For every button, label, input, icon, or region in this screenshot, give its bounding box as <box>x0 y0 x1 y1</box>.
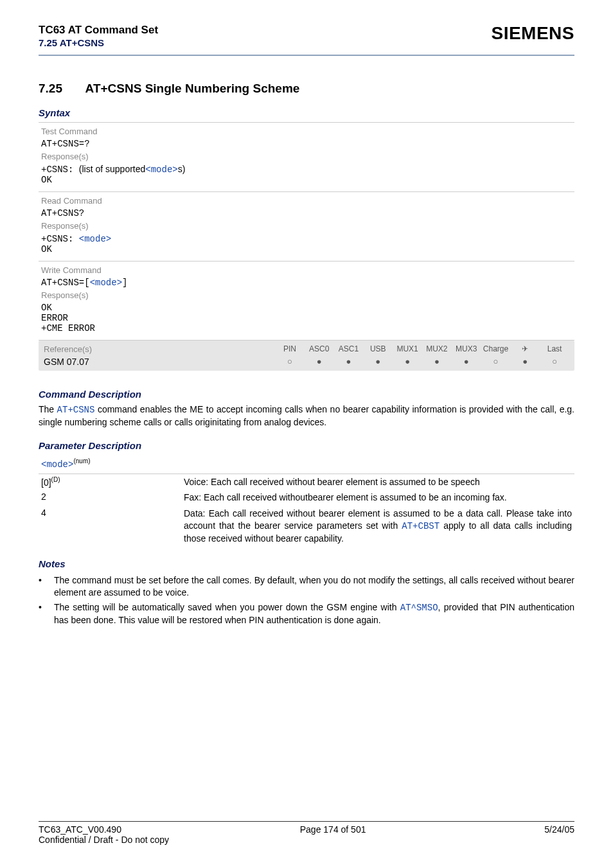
ref-dot-pin <box>275 353 305 366</box>
mode-param-link[interactable]: <mode> <box>145 164 177 175</box>
param-key-0-sup: (D) <box>51 476 60 483</box>
reference-label: Reference(s) <box>44 344 265 357</box>
test-command-block: Test Command AT+CSNS=? Response(s) +CSNS… <box>39 122 574 192</box>
section-number: 7.25 <box>39 82 82 96</box>
ref-dot-airplane <box>510 353 540 366</box>
param-mode-name[interactable]: <mode> <box>41 459 73 470</box>
ref-col-usb: USB <box>363 344 393 353</box>
note-item-1: The command must be set before the call … <box>39 573 574 600</box>
ref-dot-asc1 <box>334 353 364 366</box>
footer-row: TC63_ATC_V00.490 Page 174 of 501 5/24/05 <box>39 824 574 835</box>
write-cmd-suffix: ] <box>122 278 127 288</box>
read-ok: OK <box>41 244 572 254</box>
section-heading: 7.25 AT+CSNS Single Numbering Scheme <box>39 82 574 96</box>
doc-title: TC63 AT Command Set <box>39 23 158 37</box>
write-command-label: Write Command <box>41 265 572 278</box>
reference-side: Reference(s) GSM 07.07 <box>39 341 270 371</box>
syntax-heading: Syntax <box>39 107 574 118</box>
write-response-label: Response(s) <box>41 288 572 303</box>
mode-param-link[interactable]: <mode> <box>79 234 111 244</box>
read-command-label: Read Command <box>41 196 572 208</box>
ref-dot-usb <box>363 353 393 366</box>
note-item-2: The setting will be automatically saved … <box>39 600 574 628</box>
cmd-desc-post: command enables the ME to accept incomin… <box>39 404 574 427</box>
write-error: ERROR <box>41 313 572 323</box>
at-csns-link[interactable]: AT+CSNS <box>57 405 95 415</box>
param-key-4: 4 <box>41 508 184 545</box>
param-key-0-val: [0] <box>41 477 51 487</box>
mode-param-link[interactable]: <mode> <box>90 278 122 288</box>
ref-col-mux1: MUX1 <box>393 344 422 353</box>
ref-dot-asc0 <box>305 353 334 366</box>
reference-dots-row <box>275 353 569 366</box>
parameter-table: <mode>(num) [0](D) Voice: Each call rece… <box>39 455 574 547</box>
test-ok: OK <box>41 175 572 185</box>
ref-dot-last <box>540 353 569 366</box>
command-description-text: The AT+CSNS command enables the ME to ac… <box>39 403 574 429</box>
read-resp-prefix: +CSNS: <box>41 234 79 244</box>
test-resp-prefix: +CSNS: <box>41 164 79 175</box>
ref-col-asc0: ASC0 <box>305 344 334 353</box>
footer-sub: Confidential / Draft - Do not copy <box>39 835 574 845</box>
parameter-description-heading: Parameter Description <box>39 440 574 451</box>
write-cmd-prefix: AT+CSNS=[ <box>41 278 90 288</box>
footer-divider <box>39 821 574 822</box>
notes-heading: Notes <box>39 558 574 569</box>
param-row-0: [0](D) Voice: Each call received without… <box>39 474 574 490</box>
ref-col-asc1: ASC1 <box>334 344 364 353</box>
section-title: AT+CSNS Single Numbering Scheme <box>85 82 300 95</box>
param-header-row: <mode>(num) <box>39 455 574 474</box>
test-response-label: Response(s) <box>41 149 572 164</box>
page-footer: TC63_ATC_V00.490 Page 174 of 501 5/24/05… <box>39 821 574 845</box>
ref-col-pin: PIN <box>275 344 305 353</box>
ref-dot-mux1 <box>393 353 422 366</box>
test-command-label: Test Command <box>41 127 572 139</box>
cmd-desc-pre: The <box>39 404 57 414</box>
ref-dot-charge <box>481 353 511 366</box>
param-desc-2: Fax: Each call received withoutbearer el… <box>184 492 572 504</box>
write-command-block: Write Command AT+CSNS=[<mode>] Response(… <box>39 261 574 341</box>
read-command-block: Read Command AT+CSNS? Response(s) +CSNS:… <box>39 192 574 261</box>
test-resp-text1: (list of supported <box>79 164 146 174</box>
reference-value: GSM 07.07 <box>44 357 265 367</box>
ref-col-mux3: MUX3 <box>452 344 481 353</box>
param-key-2: 2 <box>41 492 184 504</box>
write-ok: OK <box>41 303 572 313</box>
footer-left: TC63_ATC_V00.490 <box>39 824 121 835</box>
read-response-line: +CSNS: <mode> <box>41 233 572 244</box>
read-command-cmd: AT+CSNS? <box>41 208 572 218</box>
syntax-block: Test Command AT+CSNS=? Response(s) +CSNS… <box>39 122 574 371</box>
command-description-heading: Command Description <box>39 389 574 400</box>
write-cme-error: +CME ERROR <box>41 323 572 333</box>
param-row-2: 2 Fax: Each call received withoutbearer … <box>39 490 574 506</box>
ref-dot-mux3 <box>452 353 481 366</box>
at-cbst-link[interactable]: AT+CBST <box>402 521 440 531</box>
note-1-text: The command must be set before the call … <box>54 574 574 599</box>
reference-block: Reference(s) GSM 07.07 PIN ASC0 ASC1 USB… <box>39 341 574 371</box>
param-key-0: [0](D) <box>41 476 184 488</box>
ref-col-airplane-icon: ✈ <box>510 344 540 353</box>
param-desc-0: Voice: Each call received without bearer… <box>184 476 572 488</box>
param-desc-4: Data: Each call received without bearer … <box>184 508 572 545</box>
footer-right: 5/24/05 <box>544 824 574 835</box>
test-resp-text2: s) <box>178 164 186 174</box>
note-2-pre: The setting will be automatically saved … <box>54 602 400 612</box>
write-command-cmd: AT+CSNS=[<mode>] <box>41 278 572 288</box>
notes-list: The command must be set before the call … <box>39 573 574 628</box>
param-row-4: 4 Data: Each call received without beare… <box>39 506 574 547</box>
header-left: TC63 AT Command Set 7.25 AT+CSNS <box>39 23 158 48</box>
test-response-line: +CSNS: (list of supported<mode>s) <box>41 164 572 175</box>
ref-col-charge: Charge <box>481 344 511 353</box>
ref-dot-mux2 <box>422 353 452 366</box>
doc-section-label: 7.25 AT+CSNS <box>39 37 158 48</box>
read-response-label: Response(s) <box>41 218 572 233</box>
at-smso-link[interactable]: AT^SMSO <box>400 603 438 613</box>
param-mode-sup: (num) <box>73 457 90 465</box>
test-command-cmd: AT+CSNS=? <box>41 139 572 149</box>
reference-columns-row: PIN ASC0 ASC1 USB MUX1 MUX2 MUX3 Charge … <box>275 344 569 353</box>
reference-icons: PIN ASC0 ASC1 USB MUX1 MUX2 MUX3 Charge … <box>270 341 574 371</box>
ref-col-mux2: MUX2 <box>422 344 452 353</box>
header-divider <box>39 55 574 56</box>
ref-col-last: Last <box>540 344 569 353</box>
page-header: TC63 AT Command Set 7.25 AT+CSNS SIEMENS <box>39 23 574 48</box>
